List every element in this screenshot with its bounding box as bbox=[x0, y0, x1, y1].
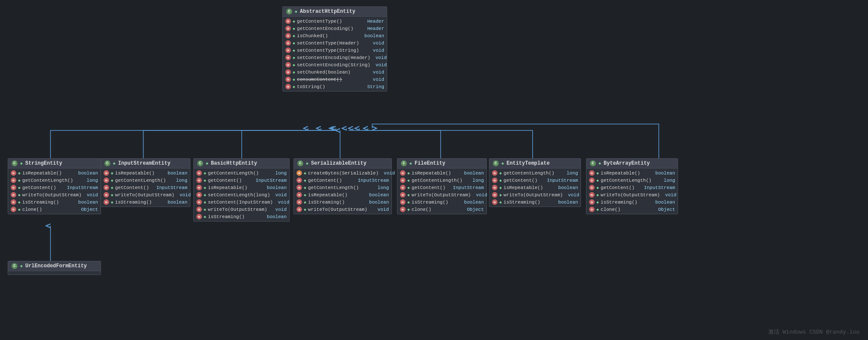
class-body: m ◆ isRepeatable() boolean m ◆ getConten… bbox=[587, 169, 678, 214]
method-row: m ◆ createBytes(Serializable) void bbox=[294, 169, 391, 177]
method-row: m ◆ writeTo(OutputStream) void bbox=[194, 206, 289, 213]
method-row: m ◆ isRepeatable() boolean bbox=[397, 169, 486, 177]
method-return: Header bbox=[364, 26, 384, 31]
method-icon: m bbox=[196, 199, 202, 205]
vis: ◆ bbox=[204, 214, 206, 219]
method-name: getContent() bbox=[115, 185, 149, 190]
method-row: m ◆ setContentEncoding(String) void bbox=[283, 61, 387, 68]
method-return: void bbox=[272, 207, 287, 212]
vis: ◆ bbox=[304, 192, 306, 198]
method-icon: m bbox=[400, 177, 406, 183]
method-name: isRepeatable() bbox=[412, 171, 451, 176]
method-icon: m bbox=[104, 177, 109, 183]
method-name: getContent() bbox=[308, 178, 342, 183]
class-type-icon: C bbox=[104, 160, 110, 166]
vis: ◆ bbox=[304, 200, 306, 205]
method-icon: m bbox=[285, 55, 291, 60]
vis: ◆ bbox=[204, 185, 206, 190]
method-icon: m bbox=[285, 26, 291, 31]
vis: ◆ bbox=[499, 192, 502, 198]
vis: ◆ bbox=[18, 200, 21, 205]
class-header: C ◆ ByteArrayEntity bbox=[587, 159, 678, 169]
class-type-icon: C bbox=[493, 160, 499, 166]
method-return: void bbox=[372, 62, 387, 68]
method-return: void bbox=[176, 192, 191, 198]
vis: ◆ bbox=[596, 185, 599, 190]
vis: ◆ bbox=[407, 185, 410, 190]
method-icon: m bbox=[285, 18, 291, 24]
class-header: C ◆ SerializableEntity bbox=[294, 159, 391, 169]
method-name: isStreaming() bbox=[308, 200, 345, 205]
vis: ◆ bbox=[293, 26, 295, 31]
method-row: m ◆ clone() Object bbox=[8, 206, 101, 213]
method-return: void bbox=[662, 192, 676, 198]
class-body: m ◆ getContentLength() long m ◆ getConte… bbox=[489, 169, 581, 207]
method-row: m ◆ isStreaming() boolean bbox=[587, 198, 678, 206]
vis: ◆ bbox=[293, 77, 295, 82]
vis: ◆ bbox=[111, 171, 113, 176]
watermark: 激活 Windows CSDN @randy.lou bbox=[768, 328, 859, 336]
class-body: m ◆ isRepeatable() boolean m ◆ getConten… bbox=[8, 169, 101, 214]
method-icon: m bbox=[11, 192, 16, 198]
method-name: isRepeatable() bbox=[115, 171, 154, 176]
method-icon: m bbox=[296, 192, 302, 198]
method-name: getContent() bbox=[208, 178, 242, 183]
vis: ◆ bbox=[111, 185, 113, 190]
vis: ◆ bbox=[20, 263, 23, 269]
method-row: m ◆ writeTo(OutputStream) void bbox=[294, 206, 391, 213]
vis: ◆ bbox=[499, 178, 502, 183]
method-return: boolean bbox=[164, 200, 187, 205]
method-icon: m bbox=[589, 192, 595, 198]
vis: ◆ bbox=[304, 185, 306, 190]
method-icon: m bbox=[400, 170, 406, 176]
method-icon: m bbox=[285, 69, 291, 75]
method-row: m ◆ writeTo(OutputStream) void bbox=[101, 191, 190, 198]
method-icon: m bbox=[589, 199, 595, 205]
method-return: long bbox=[173, 178, 187, 183]
class-title: SerializableEntity bbox=[311, 160, 367, 166]
method-return: String bbox=[364, 84, 384, 89]
method-return: boolean bbox=[361, 33, 384, 38]
method-icon: m bbox=[285, 47, 291, 53]
method-row: m ◆ isStreaming() boolean bbox=[294, 198, 391, 206]
class-title: InputStreamEntity bbox=[118, 160, 170, 166]
method-row: m ◆ setContentLength(long) void bbox=[194, 191, 289, 198]
method-icon: m bbox=[11, 207, 16, 212]
method-name: getContentLength() bbox=[308, 185, 359, 190]
method-icon: m bbox=[104, 170, 109, 176]
class-type-icon: C bbox=[12, 263, 18, 269]
method-name: clone() bbox=[22, 207, 42, 212]
class-type-icon: C bbox=[297, 160, 303, 166]
method-return: void bbox=[275, 200, 289, 205]
method-name: setContentLength(long) bbox=[208, 192, 270, 198]
vis: ◆ bbox=[18, 192, 21, 198]
method-row: m ◆ isStreaming() boolean bbox=[397, 198, 486, 206]
method-name: getContentLength() bbox=[412, 178, 462, 183]
vis: ◆ bbox=[409, 161, 412, 166]
method-icon: m bbox=[104, 185, 109, 190]
class-body: m ◆ isRepeatable() boolean m ◆ getConten… bbox=[101, 169, 190, 207]
method-icon: m bbox=[196, 170, 202, 176]
method-return: void bbox=[370, 48, 384, 53]
method-row: m ◆ getContent() InputStream bbox=[397, 184, 486, 191]
method-row: m ◆ setContent(InputStream) void bbox=[194, 198, 289, 206]
method-icon: m bbox=[196, 192, 202, 198]
method-row: m ◆ writeTo(OutputStream) void bbox=[8, 191, 101, 198]
class-title: ByteArrayEntity bbox=[604, 160, 650, 166]
vis: ◆ bbox=[18, 207, 21, 212]
method-icon: m bbox=[492, 199, 498, 205]
method-name: isStreaming() bbox=[601, 200, 637, 205]
method-icon: m bbox=[11, 177, 16, 183]
method-icon: m bbox=[492, 177, 498, 183]
method-row: m ◆ consumeContent() void bbox=[283, 76, 387, 83]
method-return: boolean bbox=[652, 200, 675, 205]
method-icon: m bbox=[285, 40, 291, 46]
method-row: m ◆ getContent() InputStream bbox=[489, 177, 581, 184]
vis: ◆ bbox=[499, 171, 502, 176]
method-row: m ◆ clone() Object bbox=[587, 206, 678, 213]
method-return: void bbox=[272, 192, 287, 198]
method-return: long bbox=[374, 185, 389, 190]
method-return: void bbox=[370, 77, 384, 82]
method-return: long bbox=[563, 171, 578, 176]
vis: ◆ bbox=[293, 41, 295, 46]
